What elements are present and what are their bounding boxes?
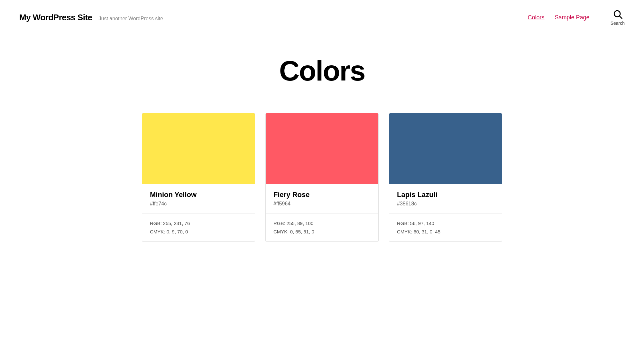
color-values-fiery-rose: RGB: 255, 89, 100 CMYK: 0, 65, 61, 0 <box>266 213 378 241</box>
search-icon <box>612 9 623 19</box>
color-hex-lapis-lazuli: #38618c <box>397 201 494 207</box>
color-info-lapis-lazuli: Lapis Lazuli #38618c <box>389 184 502 213</box>
color-cmyk-minion-yellow: CMYK: 0, 9, 70, 0 <box>150 228 247 236</box>
color-name-fiery-rose: Fiery Rose <box>273 191 371 199</box>
color-rgb-minion-yellow: RGB: 255, 231, 76 <box>150 219 247 228</box>
nav-link-sample-page[interactable]: Sample Page <box>555 14 590 21</box>
color-hex-minion-yellow: #ffe74c <box>150 201 247 207</box>
color-swatch-fiery-rose <box>266 113 378 184</box>
color-name-lapis-lazuli: Lapis Lazuli <box>397 191 494 199</box>
color-rgb-fiery-rose: RGB: 255, 89, 100 <box>273 219 371 228</box>
main-content: Colors Minion Yellow #ffe74c RGB: 255, 2… <box>129 35 515 261</box>
page-title: Colors <box>142 54 502 87</box>
color-rgb-lapis-lazuli: RGB: 56, 97, 140 <box>397 219 494 228</box>
color-name-minion-yellow: Minion Yellow <box>150 191 247 199</box>
nav-link-colors[interactable]: Colors <box>528 14 545 21</box>
nav-divider <box>600 11 600 24</box>
search-label: Search <box>611 21 625 26</box>
color-card-minion-yellow: Minion Yellow #ffe74c RGB: 255, 231, 76 … <box>142 113 255 242</box>
color-values-minion-yellow: RGB: 255, 231, 76 CMYK: 0, 9, 70, 0 <box>142 213 255 241</box>
site-nav: Colors Sample Page Search <box>528 9 625 26</box>
site-header: My WordPress Site Just another WordPress… <box>0 0 644 35</box>
color-info-minion-yellow: Minion Yellow #ffe74c <box>142 184 255 213</box>
site-tagline: Just another WordPress site <box>99 16 163 22</box>
color-cmyk-lapis-lazuli: CMYK: 60, 31, 0, 45 <box>397 228 494 236</box>
color-cmyk-fiery-rose: CMYK: 0, 65, 61, 0 <box>273 228 371 236</box>
site-title[interactable]: My WordPress Site <box>19 13 92 23</box>
svg-line-1 <box>620 16 622 18</box>
color-values-lapis-lazuli: RGB: 56, 97, 140 CMYK: 60, 31, 0, 45 <box>389 213 502 241</box>
search-button[interactable]: Search <box>611 9 625 26</box>
color-swatch-lapis-lazuli <box>389 113 502 184</box>
color-cards: Minion Yellow #ffe74c RGB: 255, 231, 76 … <box>142 113 502 242</box>
color-swatch-minion-yellow <box>142 113 255 184</box>
color-info-fiery-rose: Fiery Rose #ff5964 <box>266 184 378 213</box>
site-branding: My WordPress Site Just another WordPress… <box>19 13 163 23</box>
color-card-fiery-rose: Fiery Rose #ff5964 RGB: 255, 89, 100 CMY… <box>265 113 379 242</box>
color-card-lapis-lazuli: Lapis Lazuli #38618c RGB: 56, 97, 140 CM… <box>389 113 502 242</box>
color-hex-fiery-rose: #ff5964 <box>273 201 371 207</box>
